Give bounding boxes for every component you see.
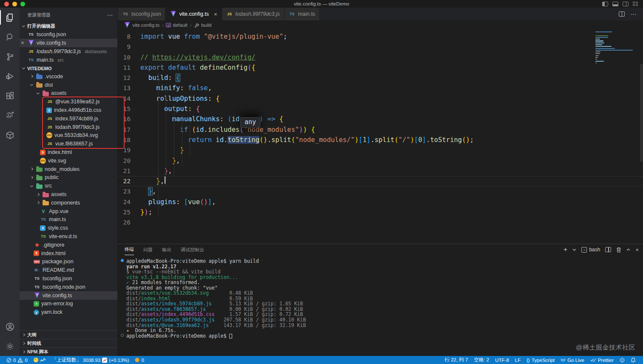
code-line[interactable]: 20 },: [118, 156, 592, 166]
go-live-status[interactable]: Go Live: [558, 356, 587, 364]
eol-status[interactable]: LF: [512, 356, 524, 364]
tree-item[interactable]: TSmain.ts: [20, 216, 117, 224]
open-editor-item[interactable]: ×vite.config.ts: [20, 39, 117, 47]
feedback-status[interactable]: [617, 356, 628, 364]
code-line[interactable]: 16 manualChunks: (id: any) => {: [118, 114, 592, 124]
open-editor-item[interactable]: TSmain.tssrc: [20, 56, 117, 64]
panel-tab-输出[interactable]: 输出: [162, 244, 171, 255]
language-mode-status[interactable]: {} TypeScript: [524, 356, 558, 364]
tab-main.ts[interactable]: TSmain.ts: [285, 8, 320, 20]
tree-item[interactable]: 3index.4496d51b.css: [20, 106, 117, 114]
code-line[interactable]: 11export default defineConfig({: [118, 63, 592, 73]
sidebar-more-actions-icon[interactable]: ⋯: [107, 12, 113, 18]
tree-item[interactable]: JSvue.f8638657.js: [20, 139, 117, 148]
tree-item[interactable]: SVGvue.5532db34.svg: [20, 131, 117, 140]
more-actions-icon[interactable]: ⋯: [631, 11, 637, 17]
open-editor-item[interactable]: JSlodash.99f79dc3.jsdist/assets: [20, 47, 117, 56]
tree-item[interactable]: node_modules: [20, 165, 117, 173]
new-terminal-icon[interactable]: +: [563, 246, 567, 253]
open-editor-item[interactable]: TStsconfig.json: [20, 30, 117, 39]
code-editor[interactable]: 8import vue from "@vitejs/plugin-vue";91…: [118, 30, 643, 244]
split-terminal-icon[interactable]: [605, 247, 611, 252]
sidebar-section-大纲[interactable]: 大纲: [20, 330, 117, 339]
tree-item[interactable]: public: [20, 173, 117, 182]
terminal-output[interactable]: appledeMacBook-Pro:viteDemo apple$ yarn …: [118, 255, 643, 356]
tree-item[interactable]: assets: [20, 190, 117, 199]
tree-item[interactable]: TStsconfig.json: [20, 274, 117, 283]
terminal-instance-selector[interactable]: > bash: [581, 247, 600, 253]
prettier-status[interactable]: Prettier: [587, 356, 617, 364]
indentation-status[interactable]: 空格: 2: [471, 356, 492, 364]
toggle-sidebar-icon[interactable]: [602, 2, 608, 6]
run-debug-icon[interactable]: [0, 66, 20, 86]
tree-item[interactable]: 5index.html: [20, 249, 117, 258]
editor-scrollbar[interactable]: [640, 64, 643, 162]
search-icon[interactable]: [0, 27, 20, 47]
code-line[interactable]: 17 if (id.includes("node_modules")) {: [118, 125, 592, 135]
breadcrumb-item-vite.config.ts[interactable]: vite.config.ts: [124, 22, 159, 28]
notifications-status[interactable]: [628, 356, 639, 364]
tree-item[interactable]: ≡yarn-error.log: [20, 300, 117, 308]
close-editor-icon[interactable]: ×: [20, 40, 26, 46]
code-line[interactable]: 15 output: {: [118, 104, 592, 114]
tree-item[interactable]: 5index.html: [20, 148, 117, 156]
extensions-icon[interactable]: [0, 86, 20, 105]
account-icon[interactable]: [0, 317, 20, 336]
tree-item[interactable]: npmpackage.json: [20, 258, 117, 266]
tree-item[interactable]: SVGvite.svg: [20, 156, 117, 165]
tab-tsconfig.json[interactable]: TStsconfig.json: [118, 8, 165, 20]
tree-item[interactable]: components: [20, 199, 117, 207]
tree-item[interactable]: JSlodash.99f79dc3.js: [20, 123, 117, 131]
sidebar-section-NPM 脚本[interactable]: NPM 脚本: [20, 347, 117, 356]
breadcrumb-item-default[interactable]: @default: [166, 23, 188, 28]
panel-tab-调试控制台[interactable]: 调试控制台: [181, 244, 204, 255]
close-tab-icon[interactable]: ×: [214, 11, 217, 17]
toggle-panel-icon[interactable]: [612, 2, 618, 6]
panel-tab-终端[interactable]: 终端: [125, 244, 134, 255]
package-box-icon[interactable]: [0, 125, 20, 145]
tree-item[interactable]: 3style.css: [20, 224, 117, 232]
tree-item[interactable]: TStsconfig.node.json: [20, 283, 117, 291]
code-line[interactable]: 9: [118, 42, 592, 52]
code-line[interactable]: 12 build: {: [118, 73, 592, 83]
code-line[interactable]: 24 plugins: [vue()],: [118, 197, 592, 207]
encoding-status[interactable]: UTF-8: [492, 356, 512, 364]
terminal-dropdown-icon[interactable]: [572, 248, 576, 251]
toggle-secondary-sidebar-icon[interactable]: [623, 2, 629, 6]
minimap[interactable]: [595, 31, 640, 66]
tab-lodash.99f79dc3.js[interactable]: JSlodash.99f79dc3.js: [222, 8, 285, 20]
code-line[interactable]: 21 },: [118, 166, 592, 176]
fund-status[interactable]: 0: [132, 356, 147, 364]
tree-item[interactable]: yyarn.lock: [20, 308, 117, 316]
tree-item[interactable]: src: [20, 182, 117, 190]
tree-item[interactable]: .vscode: [20, 72, 117, 81]
breadcrumb-item-build[interactable]: build: [194, 23, 211, 28]
problems-status[interactable]: 0 0: [3, 356, 31, 364]
code-line[interactable]: 25});: [118, 207, 592, 217]
code-line[interactable]: 18 return id.toString().split("node_modu…: [118, 135, 592, 145]
stock-index-status[interactable]: 「上证指数」 3038.93 (+0.13%): [49, 356, 132, 364]
explorer-icon[interactable]: [0, 8, 20, 27]
stock-chart-icon[interactable]: [0, 105, 20, 125]
code-line[interactable]: 14 rollupOptions: {: [118, 94, 592, 104]
tree-item[interactable]: M↓README.md: [20, 266, 117, 274]
maximize-panel-icon[interactable]: [626, 248, 630, 251]
tree-item[interactable]: dist: [20, 81, 117, 89]
tree-item[interactable]: TSvite-env.d.ts: [20, 232, 117, 241]
tree-item[interactable]: assets: [20, 89, 117, 98]
split-editor-icon[interactable]: [619, 11, 625, 17]
open-editors-section-header[interactable]: 打开的编辑器: [20, 22, 117, 30]
tree-item[interactable]: ◆.gitignore: [20, 241, 117, 249]
code-line[interactable]: 26: [118, 217, 592, 228]
panel-tab-问题[interactable]: 问题: [143, 244, 153, 255]
project-section-header[interactable]: VITEDEMO: [20, 64, 117, 72]
sidebar-section-时间线[interactable]: 时间线: [20, 339, 117, 347]
code-line[interactable]: 22 },: [118, 176, 592, 186]
code-line[interactable]: 19 }: [118, 145, 592, 155]
code-line[interactable]: 10// https://vitejs.dev/config/: [118, 52, 592, 63]
settings-gear-icon[interactable]: [0, 336, 20, 356]
customize-layout-icon[interactable]: [633, 2, 638, 6]
kill-terminal-icon[interactable]: [616, 247, 621, 253]
close-panel-icon[interactable]: ×: [635, 247, 639, 253]
cursor-position-status[interactable]: 行 22, 列 7: [441, 356, 471, 364]
